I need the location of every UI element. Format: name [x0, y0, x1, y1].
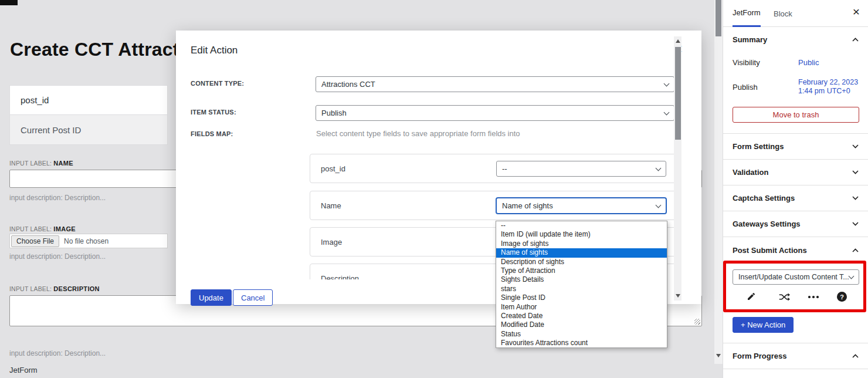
section-validation[interactable]: Validation [723, 160, 868, 185]
section-form-settings[interactable]: Form Settings [723, 134, 868, 160]
field-map-row-name: Name Name of sights [310, 191, 680, 220]
dropdown-option[interactable]: Single Post ID [496, 293, 667, 302]
field-map-select-value: Name of sights [502, 201, 553, 210]
scrollbar-down-arrow[interactable] [716, 354, 721, 357]
dropdown-option[interactable]: Type of Attraction [496, 266, 667, 275]
input-label-text: DESCRIPTION [53, 285, 99, 292]
tab-block[interactable]: Block [774, 0, 792, 27]
field-map-row-name: Name [321, 191, 341, 220]
fields-map-label: FIELDS MAP: [191, 130, 233, 137]
section-summary[interactable]: Summary [723, 27, 868, 52]
dropdown-option[interactable]: stars [496, 285, 667, 293]
move-to-trash-button[interactable]: Move to trash [733, 107, 859, 123]
name-field-description: input description: Description... [9, 194, 106, 202]
chevron-down-icon [852, 196, 859, 200]
item-status-label: ITEM STATUS: [191, 109, 236, 116]
item-status-select[interactable]: Publish [316, 105, 674, 121]
edit-action-modal: Edit Action CONTENT TYPE: Attractions CC… [176, 31, 701, 304]
desc-prefix: input description: [9, 194, 63, 202]
settings-sidebar: JetForm Block × Summary Visibility Publi… [723, 0, 868, 378]
name-field-label: INPUT LABEL: NAME [9, 160, 73, 167]
choose-file-button[interactable]: Choose File [11, 235, 59, 247]
field-map-row-name: post_id [321, 154, 345, 183]
tab-block-label: Block [774, 9, 792, 18]
section-post-submit-label: Post Submit Actions [733, 246, 807, 255]
dropdown-option-selected[interactable]: Name of sights [496, 248, 667, 257]
file-status-text: No file chosen [64, 237, 108, 245]
chevron-down-icon [852, 222, 859, 226]
dropdown-option[interactable]: Item ID (will update the item) [496, 230, 667, 239]
jetform-block-footer-label: JetForm [9, 366, 38, 374]
section-gateways-label: Gateways Settings [733, 220, 801, 228]
publish-date-link[interactable]: February 22, 2023 1:44 pm UTC+0 [798, 78, 858, 96]
dropdown-option[interactable]: -- [496, 221, 667, 230]
publish-label: Publish [733, 83, 758, 92]
page-title: Create CCT Attracti [10, 39, 185, 60]
image-field-label: INPUT LABEL: IMAGE [9, 225, 76, 232]
modal-scrollbar-down-arrow[interactable] [676, 294, 680, 298]
field-map-row-name: Description [321, 264, 359, 279]
section-validation-label: Validation [733, 168, 768, 177]
chevron-up-icon [852, 38, 859, 42]
chevron-up-icon [852, 248, 859, 252]
section-summary-label: Summary [733, 35, 767, 44]
open-dropdown-list: -- Item ID (will update the item) Image … [496, 221, 667, 348]
section-form-settings-label: Form Settings [733, 142, 784, 151]
input-label-prefix: INPUT LABEL: [9, 285, 52, 292]
desc-text: Description... [65, 252, 106, 261]
chevron-down-icon [852, 170, 859, 174]
new-action-button[interactable]: + New Action [733, 317, 794, 333]
field-map-name-select[interactable]: Name of sights [496, 198, 666, 214]
content-type-select[interactable]: Attractions CCT [316, 76, 674, 92]
post-id-field-name: post_id [9, 85, 168, 115]
section-captcha-label: Captcha Settings [733, 194, 795, 203]
modal-title: Edit Action [191, 45, 238, 56]
page-scrollbar-thumb[interactable] [716, 0, 721, 36]
description-field-label: INPUT LABEL: DESCRIPTION [9, 285, 100, 292]
publish-date-line1: February 22, 2023 [798, 78, 858, 87]
item-status-select-value: Publish [321, 109, 347, 117]
dropdown-option[interactable]: Image of sights [496, 239, 667, 248]
page-scrollbar[interactable] [714, 0, 723, 364]
description-field-description: input description: Description... [9, 349, 106, 357]
section-captcha-settings[interactable]: Captcha Settings [723, 185, 868, 211]
modal-scrollbar[interactable] [674, 36, 681, 301]
dropdown-option[interactable]: Description of sights [496, 258, 667, 266]
tab-jetform-label: JetForm [733, 8, 761, 17]
image-file-input[interactable]: Choose File No file chosen [9, 234, 168, 248]
field-map-row-name: Image [321, 228, 342, 256]
sidebar-close-icon[interactable]: × [853, 5, 860, 18]
section-form-progress[interactable]: Form Progress [723, 343, 868, 369]
field-map-post-id-select[interactable]: -- [496, 161, 666, 177]
post-id-block[interactable]: post_id Current Post ID [9, 85, 168, 145]
resize-handle-icon[interactable] [694, 319, 700, 325]
cancel-button[interactable]: Cancel [233, 289, 273, 306]
section-gateways-settings[interactable]: Gateways Settings [723, 211, 868, 237]
dropdown-option[interactable]: Modified Date [496, 320, 667, 329]
tab-jetform[interactable]: JetForm [733, 0, 761, 27]
desc-text: Description... [65, 194, 106, 202]
image-field-description: input description: Description... [9, 252, 106, 261]
desc-prefix: input description: [9, 252, 63, 261]
field-map-select-value: -- [502, 164, 507, 173]
desc-text: Description... [65, 349, 106, 357]
input-label-text: IMAGE [53, 225, 76, 232]
section-form-progress-label: Form Progress [733, 352, 786, 360]
update-button[interactable]: Update [191, 289, 232, 306]
visibility-label: Visibility [733, 58, 760, 67]
modal-scrollbar-up-arrow[interactable] [676, 39, 680, 43]
dropdown-option[interactable]: Sights Details [496, 275, 667, 284]
dropdown-option[interactable]: Item Author [496, 303, 667, 312]
section-post-submit-actions[interactable]: Post Submit Actions [723, 237, 868, 263]
dropdown-option[interactable]: Created Date [496, 312, 667, 320]
post-id-field-value: Current Post ID [9, 115, 168, 145]
chevron-up-icon [852, 354, 859, 358]
visibility-value-link[interactable]: Public [798, 58, 819, 67]
dropdown-option[interactable]: Favourites Attractions count [496, 339, 667, 347]
annotation-highlight-box [723, 261, 866, 312]
modal-scrollbar-thumb[interactable] [675, 47, 681, 140]
fields-map-hint: Select content type fields to save appro… [316, 129, 520, 138]
admin-bar-fragment [0, 0, 18, 5]
dropdown-option[interactable]: Status [496, 330, 667, 339]
content-type-label: CONTENT TYPE: [191, 80, 244, 87]
